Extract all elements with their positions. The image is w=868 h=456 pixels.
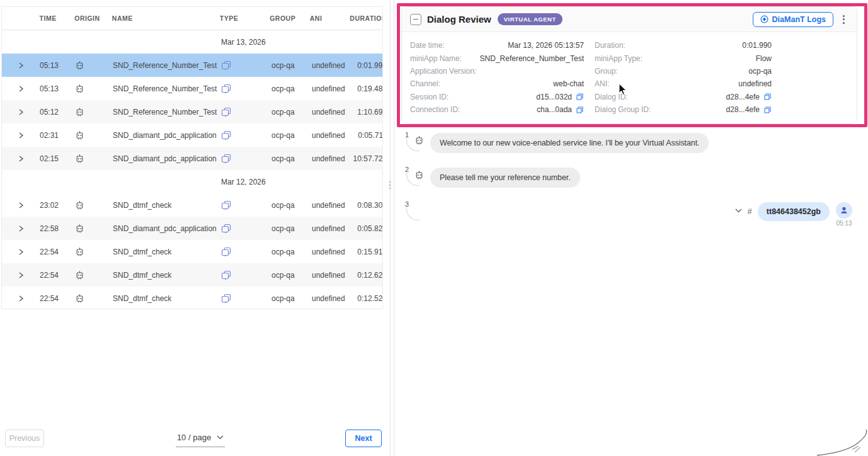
expand-row-button[interactable] bbox=[2, 225, 40, 232]
row-duration: 0:15.915 bbox=[352, 248, 383, 256]
expand-row-button[interactable] bbox=[2, 295, 40, 302]
expand-row-button[interactable] bbox=[2, 271, 40, 279]
splitter-grip-icon[interactable] bbox=[389, 181, 391, 189]
copy-icon[interactable] bbox=[763, 106, 772, 114]
detail-label: Channel: bbox=[410, 79, 440, 88]
expand-row-button[interactable] bbox=[2, 202, 40, 209]
row-duration: 0:05.711 bbox=[352, 131, 383, 140]
row-name: SND_diamant_pdc_application bbox=[113, 224, 221, 233]
detail-row: Connection ID: cha...0ada bbox=[410, 103, 584, 116]
detail-label: Dialog ID: bbox=[595, 93, 628, 101]
detail-value: d15...032d bbox=[536, 93, 572, 101]
row-time: 02:15 bbox=[40, 154, 75, 163]
chevron-right-icon bbox=[18, 202, 24, 209]
copy-icon[interactable] bbox=[576, 93, 584, 101]
origin-cell bbox=[75, 154, 113, 164]
table-row[interactable]: 05:13 SND_Reference_Number_Test bbox=[2, 54, 382, 77]
hash-icon: # bbox=[748, 207, 752, 216]
row-duration: 0:01.990 bbox=[352, 61, 383, 70]
row-time: 23:02 bbox=[40, 201, 75, 210]
detail-label: Application Version: bbox=[410, 67, 476, 76]
copy-icon[interactable] bbox=[576, 106, 584, 114]
virtual-agent-badge: VIRTUAL AGENT bbox=[498, 13, 562, 25]
table-row[interactable]: 05:13 SND_Reference_Number_Test bbox=[2, 77, 382, 100]
row-duration: 0:08.306 bbox=[352, 201, 383, 210]
row-ani: undefined bbox=[312, 61, 352, 70]
chat-type-icon bbox=[221, 130, 231, 140]
row-ani: undefined bbox=[312, 108, 352, 117]
bot-message-bubble: Please tell me your reference number. bbox=[430, 168, 580, 188]
expand-row-button[interactable] bbox=[2, 62, 40, 69]
chevron-right-icon bbox=[18, 248, 24, 256]
chevron-right-icon bbox=[18, 271, 24, 279]
table-row[interactable]: 23:02 SND_dtmf_check bbox=[2, 193, 382, 217]
table-row[interactable]: 05:12 SND_Reference_Number_Test bbox=[2, 100, 382, 123]
table-row[interactable]: 22:54 SND_dtmf_check bbox=[2, 263, 382, 287]
row-ani: undefined bbox=[312, 131, 352, 140]
robot-origin-icon bbox=[75, 247, 84, 257]
detail-value: d28...4efe bbox=[726, 93, 760, 101]
row-ani: undefined bbox=[312, 154, 352, 163]
table-row[interactable]: 22:54 SND_dtmf_check bbox=[2, 240, 382, 263]
collapse-message-chevron-icon[interactable] bbox=[735, 208, 742, 213]
origin-cell bbox=[75, 130, 113, 140]
chevron-right-icon bbox=[18, 132, 24, 139]
row-duration: 0:05.822 bbox=[352, 224, 383, 233]
page-size-value: 10 / page bbox=[177, 433, 211, 442]
row-name: SND_diamant_pdc_application bbox=[113, 154, 221, 163]
row-group: ocp-qa bbox=[271, 224, 312, 233]
col-header-name: NAME bbox=[112, 14, 220, 22]
page-size-select[interactable]: 10 / page bbox=[176, 428, 225, 447]
message-time: 05:13 bbox=[836, 220, 852, 227]
diamant-logs-label: DiaManT Logs bbox=[772, 15, 826, 24]
chat-type-icon bbox=[221, 200, 231, 210]
diamant-logs-button[interactable]: DiaManT Logs bbox=[753, 12, 833, 27]
detail-row: Duration: 0:01.990 bbox=[595, 39, 772, 52]
detail-value: web-chat bbox=[553, 79, 584, 88]
row-time: 22:54 bbox=[40, 294, 75, 303]
row-name: SND_dtmf_check bbox=[113, 248, 221, 256]
bot-message: 1 Welcome to our new voice-enabled servi… bbox=[404, 130, 859, 153]
chat-type-icon bbox=[221, 60, 231, 71]
date-group-row: Mar 12, 2026 bbox=[2, 170, 382, 193]
detail-value: undefined bbox=[738, 79, 772, 88]
person-icon bbox=[840, 206, 848, 215]
table-row[interactable]: 22:58 SND_diamant_pdc_application bbox=[2, 217, 382, 240]
row-name: SND_Reference_Number_Test bbox=[113, 84, 221, 93]
next-page-button[interactable]: Next bbox=[345, 430, 382, 447]
row-time: 02:31 bbox=[40, 131, 75, 140]
expand-row-button[interactable] bbox=[2, 108, 40, 116]
more-options-button[interactable] bbox=[839, 13, 848, 26]
detail-row: Channel: web-chat bbox=[410, 77, 584, 90]
details-left-column: Date time: Mar 13, 2026 05:13:57 miniApp… bbox=[410, 39, 584, 116]
chevron-right-icon bbox=[18, 225, 24, 232]
robot-origin-icon bbox=[75, 60, 84, 71]
robot-origin-icon bbox=[75, 224, 84, 234]
detail-row: Application Version: bbox=[410, 65, 584, 77]
type-cell bbox=[221, 84, 271, 94]
table-row[interactable]: 02:31 SND_diamant_pdc_application bbox=[2, 123, 382, 147]
table-row[interactable]: 02:15 SND_diamant_pdc_application bbox=[2, 147, 382, 170]
robot-origin-icon bbox=[75, 130, 84, 140]
table-row[interactable]: 22:54 SND_dtmf_check bbox=[2, 287, 382, 309]
expand-row-button[interactable] bbox=[2, 132, 40, 139]
type-cell bbox=[221, 200, 271, 210]
copy-icon[interactable] bbox=[763, 93, 772, 101]
row-ani: undefined bbox=[312, 294, 352, 303]
detail-label: Group: bbox=[595, 67, 618, 76]
origin-cell bbox=[75, 84, 113, 94]
panel-splitter[interactable] bbox=[390, 0, 394, 456]
expand-row-button[interactable] bbox=[2, 85, 40, 93]
col-header-group: GROUP bbox=[270, 14, 310, 22]
collapse-panel-button[interactable] bbox=[410, 14, 421, 25]
expand-row-button[interactable] bbox=[2, 248, 40, 256]
detail-label: miniApp Type: bbox=[595, 54, 642, 63]
detail-value: 0:01.990 bbox=[742, 41, 772, 50]
type-cell bbox=[221, 130, 271, 140]
row-duration: 1:10.695 bbox=[352, 108, 383, 117]
date-label: Mar 13, 2026 bbox=[221, 38, 266, 47]
expand-row-button[interactable] bbox=[2, 155, 40, 162]
previous-page-button[interactable]: Previous bbox=[5, 430, 44, 447]
detail-value: cha...0ada bbox=[537, 105, 572, 114]
detail-row: Date time: Mar 13, 2026 05:13:57 bbox=[410, 39, 584, 52]
